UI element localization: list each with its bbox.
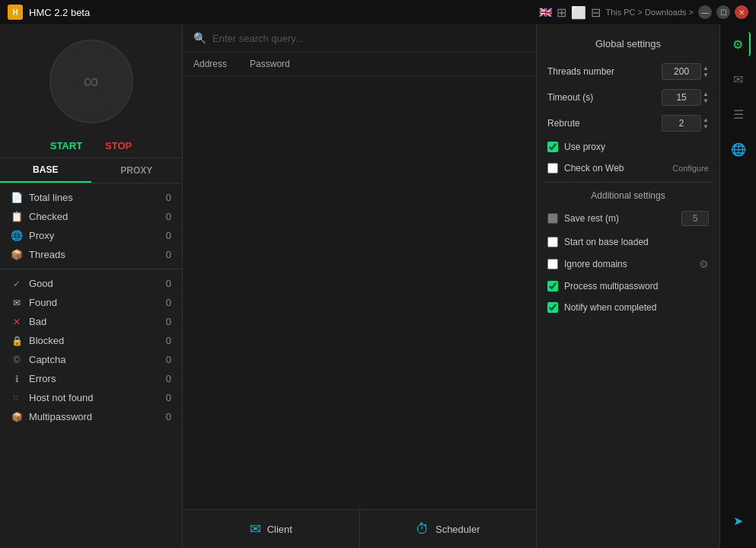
table-body bbox=[183, 76, 536, 509]
result-value-good: 0 bbox=[156, 278, 171, 289]
start-on-base-row: Start on base loaded bbox=[544, 231, 712, 253]
process-multi-checkbox[interactable] bbox=[547, 281, 558, 292]
timeout-down-arrow[interactable]: ▼ bbox=[703, 98, 709, 104]
save-rest-checkbox[interactable] bbox=[547, 213, 558, 224]
result-label-host: Host not found bbox=[29, 392, 150, 403]
stop-button[interactable]: STOP bbox=[105, 140, 132, 151]
stat-value: 0 bbox=[156, 211, 171, 222]
result-row: ✓ Good 0 bbox=[0, 274, 182, 293]
client-label: Client bbox=[267, 524, 292, 535]
search-input[interactable] bbox=[212, 33, 525, 44]
tab-switch: BASE PROXY bbox=[0, 158, 182, 183]
stat-value: 0 bbox=[156, 192, 171, 203]
use-proxy-checkbox[interactable] bbox=[547, 142, 558, 152]
avatar-icon: ∞ bbox=[84, 69, 99, 94]
result-row: ⛌ Host not found 0 bbox=[0, 388, 182, 407]
timeout-spinner[interactable]: ▲ ▼ bbox=[703, 91, 709, 104]
bottom-buttons: ✉ Client ⏱ Scheduler bbox=[183, 509, 536, 548]
avatar: ∞ bbox=[49, 40, 133, 123]
controls: START STOP bbox=[0, 131, 182, 158]
notify-row: Notify when completed bbox=[544, 297, 712, 318]
start-menu-icon: ⊟ bbox=[591, 5, 601, 20]
result-value-multi: 0 bbox=[156, 411, 171, 422]
notify-checkbox[interactable] bbox=[547, 302, 558, 313]
tab-base[interactable]: BASE bbox=[0, 158, 91, 183]
result-row: ℹ Errors 0 bbox=[0, 369, 182, 388]
check-on-web-label: Check on Web bbox=[564, 163, 666, 174]
tab-proxy[interactable]: PROXY bbox=[91, 158, 183, 183]
threads-down-arrow[interactable]: ▼ bbox=[703, 72, 709, 78]
flag-uk: 🇬🇧 bbox=[539, 6, 552, 18]
stat-label: Checked bbox=[29, 211, 150, 222]
rebrute-row: Rebrute ▲ ▼ bbox=[544, 110, 712, 136]
result-label-found: Found bbox=[29, 297, 150, 308]
window-icon: ⬜ bbox=[571, 5, 586, 20]
stat-label: Total lines bbox=[29, 192, 150, 203]
minimize-button[interactable]: — bbox=[698, 5, 712, 19]
settings-panel: Global settings Threads number ▲ ▼ Timeo… bbox=[537, 24, 719, 548]
threads-number-row: Threads number ▲ ▼ bbox=[544, 59, 712, 84]
use-proxy-label: Use proxy bbox=[564, 142, 709, 152]
client-button[interactable]: ✉ Client bbox=[183, 510, 360, 548]
result-icon-host: ⛌ bbox=[11, 393, 23, 403]
result-icon-bad: ✕ bbox=[11, 317, 23, 327]
configure-button[interactable]: Configure bbox=[672, 164, 709, 173]
ignore-domains-label: Ignore domains bbox=[564, 259, 693, 269]
rebrute-spinner[interactable]: ▲ ▼ bbox=[703, 117, 709, 130]
table-sidebar-icon[interactable]: ☰ bbox=[726, 102, 751, 126]
result-value-bad: 0 bbox=[156, 316, 171, 327]
timeout-label: Timeout (s) bbox=[547, 92, 657, 103]
start-button[interactable]: START bbox=[50, 140, 82, 151]
app-logo: H bbox=[8, 5, 23, 20]
ignore-domains-gear-icon[interactable]: ⚙ bbox=[699, 258, 709, 270]
result-icon-found: ✉ bbox=[11, 298, 23, 308]
threads-number-label: Threads number bbox=[547, 66, 657, 77]
timeout-input[interactable] bbox=[662, 89, 701, 106]
result-icon-multi: 📦 bbox=[11, 412, 23, 422]
result-label-good: Good bbox=[29, 278, 150, 289]
rebrute-value-area: ▲ ▼ bbox=[662, 115, 709, 132]
ignore-domains-checkbox[interactable] bbox=[547, 259, 558, 269]
stat-icon: 📄 bbox=[11, 192, 23, 203]
rebrute-input[interactable] bbox=[662, 115, 701, 132]
grid-icon: ⊞ bbox=[557, 5, 566, 20]
check-on-web-checkbox[interactable] bbox=[547, 163, 558, 174]
right-panel: Global settings Threads number ▲ ▼ Timeo… bbox=[537, 24, 719, 548]
client-icon: ✉ bbox=[250, 521, 261, 537]
stat-icon: 📦 bbox=[11, 249, 23, 260]
threads-up-arrow[interactable]: ▲ bbox=[703, 65, 709, 72]
table-header: Address Password bbox=[183, 53, 536, 76]
global-settings-title: Global settings bbox=[544, 32, 712, 59]
process-multi-label: Process multipassword bbox=[564, 281, 709, 292]
save-rest-input[interactable] bbox=[681, 211, 709, 226]
stat-icon: 📋 bbox=[11, 211, 23, 222]
start-on-base-checkbox[interactable] bbox=[547, 237, 558, 247]
titlebar-controls: 🇬🇧 ⊞ ⬜ ⊟ This PC > Downloads > — ☐ ✕ bbox=[539, 5, 748, 20]
rebrute-label: Rebrute bbox=[547, 118, 657, 129]
rebrute-up-arrow[interactable]: ▲ bbox=[703, 117, 709, 123]
result-value-host: 0 bbox=[156, 392, 171, 403]
start-on-base-label: Start on base loaded bbox=[564, 237, 709, 247]
main-layout: ∞ START STOP BASE PROXY 📄 Total lines 0📋… bbox=[0, 24, 756, 548]
settings-sidebar-icon[interactable]: ⚙ bbox=[726, 32, 751, 56]
scheduler-button[interactable]: ⏱ Scheduler bbox=[360, 510, 537, 548]
maximize-button[interactable]: ☐ bbox=[716, 5, 730, 19]
center-panel: 🔍 Address Password ✉ Client ⏱ Scheduler bbox=[183, 24, 537, 548]
threads-number-input[interactable] bbox=[662, 63, 701, 80]
send-sidebar-icon[interactable]: ➤ bbox=[726, 508, 751, 533]
results-list: ✓ Good 0✉ Found 0✕ Bad 0🔒 Blocked 0© Cap… bbox=[0, 269, 182, 431]
additional-settings-title: Additional settings bbox=[544, 182, 712, 206]
search-bar: 🔍 bbox=[183, 24, 536, 53]
result-icon-good: ✓ bbox=[11, 279, 23, 289]
result-row: 📦 Multipassword 0 bbox=[0, 407, 182, 426]
process-multi-row: Process multipassword bbox=[544, 276, 712, 297]
stats-list: 📄 Total lines 0📋 Checked 0🌐 Proxy 0📦 Thr… bbox=[0, 183, 182, 269]
globe-sidebar-icon[interactable]: 🌐 bbox=[726, 137, 751, 161]
titlebar: H HMC 2.2 beta 🇬🇧 ⊞ ⬜ ⊟ This PC > Downlo… bbox=[0, 0, 756, 24]
timeout-up-arrow[interactable]: ▲ bbox=[703, 91, 709, 97]
threads-number-spinner[interactable]: ▲ ▼ bbox=[703, 65, 709, 78]
mail-sidebar-icon[interactable]: ✉ bbox=[726, 67, 751, 91]
close-button[interactable]: ✕ bbox=[735, 5, 748, 19]
stat-value: 0 bbox=[156, 249, 171, 260]
rebrute-down-arrow[interactable]: ▼ bbox=[703, 124, 709, 130]
